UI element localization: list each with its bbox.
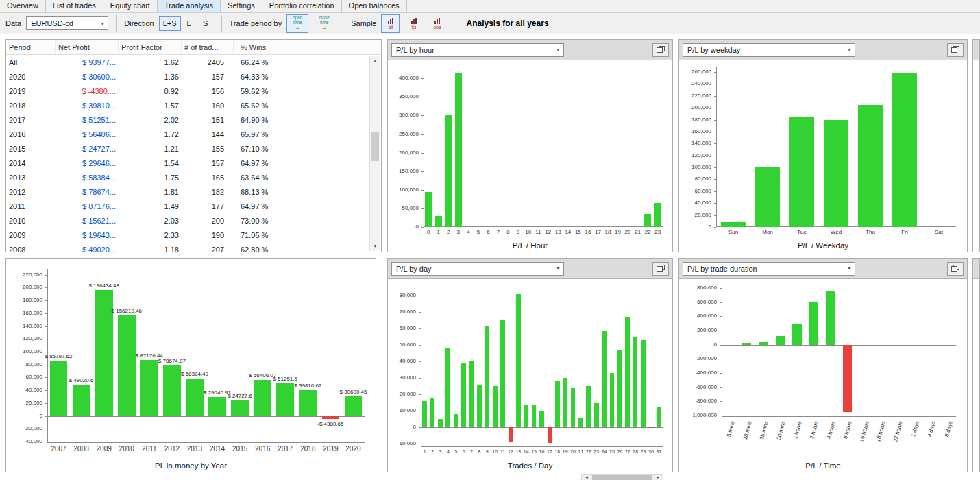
y-tick-label: 100,000 xyxy=(681,164,711,170)
bar-value-label: $ 156219.46 xyxy=(86,308,168,314)
horizontal-scrollbar[interactable]: ◄ ► xyxy=(581,474,663,480)
table-row[interactable]: All$ 93977...1.62240566.24 % xyxy=(6,55,369,69)
chart-type-select[interactable]: P/L by trade duration ▼ xyxy=(683,262,855,276)
chart-axis-title: P/L / Time xyxy=(679,461,967,470)
table-row[interactable]: 2010$ 15621...2.0320073.00 % xyxy=(6,213,369,228)
direction-s-button[interactable]: S xyxy=(197,16,214,31)
open-time-button[interactable]: open time → xyxy=(286,14,308,33)
table-row[interactable]: 2014$ 29646...1.5415764.97 % xyxy=(6,156,369,170)
table-row[interactable]: 2017$ 51251...2.0215164.90 % xyxy=(6,112,369,127)
chart-bar xyxy=(322,416,340,419)
table-cell: 190 xyxy=(182,231,234,239)
y-tick-label: 250,000 xyxy=(389,131,419,137)
popout-icon[interactable] xyxy=(652,262,669,276)
y-tick-mark xyxy=(419,296,421,296)
table-row[interactable]: 2009$ 19643...2.3319071.05 % xyxy=(6,228,369,242)
y-tick-label: 200,000 xyxy=(681,104,711,110)
x-tick-label: 23 xyxy=(649,229,667,235)
scrollbar-thumb[interactable] xyxy=(592,475,652,480)
chevron-down-icon: ▼ xyxy=(556,47,561,52)
table-row[interactable]: 2015$ 24727...1.2115567.10 % xyxy=(6,141,369,156)
y-tick-label: 50,000 xyxy=(389,341,416,348)
scroll-up-icon[interactable]: ▲ xyxy=(370,56,380,66)
tab-trade-analysis[interactable]: Trade analysis xyxy=(158,0,221,12)
chart-bar xyxy=(118,315,136,416)
tab-list-of-trades[interactable]: List of trades xyxy=(46,0,103,12)
chart-bar xyxy=(539,411,544,427)
chart-bar xyxy=(469,361,474,427)
toolbar-separator xyxy=(116,15,117,32)
table-vertical-scrollbar[interactable]: ▲ ▼ xyxy=(369,56,380,251)
y-tick-label: 40,000 xyxy=(681,200,711,206)
main-area: Period Net Profit Profit Factor # of tra… xyxy=(0,34,980,480)
tab-portfolio-correlation[interactable]: Portfolio correlation xyxy=(262,0,342,12)
chart-bar xyxy=(435,216,442,227)
chart-bar xyxy=(345,396,363,416)
popout-icon[interactable] xyxy=(947,262,964,276)
popout-icon[interactable] xyxy=(652,43,669,57)
table-row[interactable]: 2011$ 87176...1.4917764.97 % xyxy=(6,199,369,213)
y-tick-mark xyxy=(714,227,716,228)
close-time-button[interactable]: close time → xyxy=(313,14,335,33)
chart-type-select[interactable]: P/L by hour ▼ xyxy=(391,43,564,57)
column-header-wins[interactable]: % Wins xyxy=(234,40,291,54)
popout-icon[interactable] xyxy=(947,43,964,57)
y-tick-mark xyxy=(421,153,424,154)
scrollbar-thumb[interactable] xyxy=(371,132,379,161)
table-row[interactable]: 2013$ 58384...1.7516563.64 % xyxy=(6,170,369,184)
chart-type-select[interactable]: P/L by day ▼ xyxy=(391,262,564,276)
direction-ls-button[interactable]: L+S xyxy=(159,16,181,31)
sample-ls-button[interactable]: l|s xyxy=(404,14,423,33)
chart-bar xyxy=(548,427,552,443)
direction-l-button[interactable]: L xyxy=(181,16,197,31)
y-tick-mark xyxy=(421,134,424,135)
table-row[interactable]: 2018$ 39810...1.5716065.62 % xyxy=(6,98,369,112)
scroll-down-icon[interactable]: ▼ xyxy=(370,241,380,251)
table-cell: 2018 xyxy=(6,101,56,110)
sample-all-button[interactable]: all xyxy=(381,14,400,33)
chart-type-select[interactable]: P/L by weekday ▼ xyxy=(683,43,855,57)
column-header-period[interactable]: Period xyxy=(6,40,56,54)
tab-overview[interactable]: Overview xyxy=(0,0,46,12)
chevron-down-icon: ▼ xyxy=(100,21,105,26)
table-row[interactable]: 2020$ 30600...1.3615764.33 % xyxy=(6,69,369,84)
chart-bar xyxy=(500,320,505,427)
chart-bar xyxy=(594,403,599,427)
tab-open-balances[interactable]: Open balances xyxy=(342,0,407,12)
table-cell: 157 xyxy=(182,159,234,167)
chart-bar xyxy=(73,385,90,416)
table-cell: 2.02 xyxy=(119,116,182,124)
chart-bar xyxy=(644,214,651,227)
sample-pos-button[interactable]: pos xyxy=(428,14,446,33)
sample-label: Sample xyxy=(351,19,376,27)
bar-value-label: $ 51251.5 xyxy=(244,376,326,382)
table-cell: $ -4380.... xyxy=(56,87,119,95)
scroll-right-icon[interactable]: ► xyxy=(653,475,663,480)
pl-by-year-chart: -40,000-20,000020,00040,00060,00080,0001… xyxy=(8,261,374,457)
column-header-net-profit[interactable]: Net Profit xyxy=(56,40,119,54)
data-symbol-select[interactable]: EURUSD-cd ▼ xyxy=(26,16,108,30)
chart-bar xyxy=(858,105,883,227)
chart-bar xyxy=(455,73,462,227)
y-tick-label: 0 xyxy=(681,341,717,348)
tab-settings[interactable]: Settings xyxy=(221,0,262,12)
y-tick-label: -1,000,000 xyxy=(681,412,717,418)
chart-bar xyxy=(602,331,607,428)
table-row[interactable]: 2008$ 49020...1.1820762.80 % xyxy=(6,242,369,252)
clipped-panel-edge xyxy=(972,258,980,472)
column-header-trades[interactable]: # of trad... xyxy=(182,40,234,54)
chart-bar xyxy=(430,398,435,427)
tab-equity-chart[interactable]: Equity chart xyxy=(103,0,158,12)
chart-bar xyxy=(445,115,452,227)
scroll-left-icon[interactable]: ◄ xyxy=(582,475,591,480)
column-header-profit-factor[interactable]: Profit Factor xyxy=(119,40,182,54)
chart-bar xyxy=(610,373,615,427)
chevron-down-icon: ▼ xyxy=(847,266,852,271)
pl-by-year-panel: -40,000-20,000020,00040,00060,00080,0001… xyxy=(5,258,376,472)
y-tick-label: 70,000 xyxy=(389,309,416,315)
table-row[interactable]: 2016$ 56406...1.7214465.97 % xyxy=(6,127,369,141)
y-tick-label: 0 xyxy=(389,224,419,230)
table-cell: 2009 xyxy=(6,231,56,239)
table-row[interactable]: 2012$ 78674...1.8118268.13 % xyxy=(6,184,369,199)
table-row[interactable]: 2019$ -4380....0.9215659.62 % xyxy=(6,84,369,98)
